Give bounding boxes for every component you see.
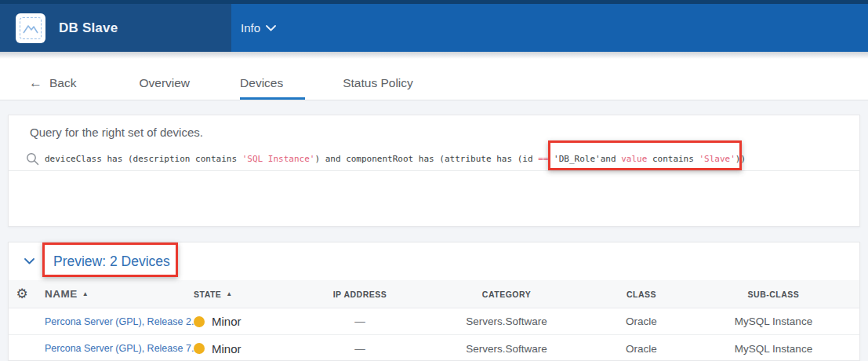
query-text: deviceClass has (description contains 'S… (45, 154, 746, 164)
tab-devices[interactable]: Devices (240, 52, 305, 100)
chevron-down-icon (266, 25, 276, 31)
column-header-state[interactable]: STATE ▲ (184, 290, 302, 299)
device-query-panel: Query for the right set of devices. devi… (8, 115, 860, 227)
tab-overview-label: Overview (139, 76, 190, 90)
back-label: Back (49, 76, 76, 90)
minor-state-dot-icon (194, 343, 205, 354)
class-cell: Oracle (595, 315, 688, 327)
tab-bar: ← Back Overview Devices Status Policy (0, 52, 868, 100)
table-header-row: ⚙ NAME ▲ STATE ▲ IP ADDRESS CATEGORY CLA… (9, 280, 859, 308)
tab-devices-label: Devices (240, 76, 283, 90)
query-divider (9, 170, 859, 171)
column-header-sub-class[interactable]: SUB-CLASS (688, 290, 859, 299)
column-header-class[interactable]: CLASS (595, 290, 688, 299)
query-helper-text: Query for the right set of devices. (9, 115, 859, 139)
sub-class-cell: MySQL Instance (688, 343, 859, 355)
preview-title: Preview: 2 Devices (53, 253, 170, 270)
ip-address-cell: — (302, 343, 418, 355)
preview-panel: Preview: 2 Devices ⚙ NAME ▲ STATE ▲ IP A… (8, 242, 860, 361)
column-settings-gear-icon[interactable]: ⚙ (16, 287, 27, 301)
tab-overview[interactable]: Overview (139, 52, 190, 100)
category-cell: Servers.Software (418, 315, 595, 327)
info-menu-label: Info (241, 21, 260, 35)
ip-address-cell: — (302, 315, 418, 327)
back-arrow-icon: ← (29, 75, 42, 91)
entity-image-icon (16, 13, 45, 43)
search-icon (26, 152, 39, 166)
tab-status-policy[interactable]: Status Policy (343, 52, 413, 100)
preview-toggle[interactable]: Preview: 2 Devices (9, 242, 859, 280)
header-entity-section: DB Slave (0, 4, 231, 52)
sort-asc-icon: ▲ (82, 290, 89, 297)
column-header-ip-address[interactable]: IP ADDRESS (302, 290, 418, 299)
chevron-down-icon (24, 258, 35, 264)
page-title: DB Slave (59, 20, 118, 36)
device-name-link[interactable]: Percona Server (GPL), Release 7... (35, 343, 184, 354)
state-cell: Minor (184, 342, 302, 356)
header-menu-section: Info (231, 4, 868, 52)
minor-state-dot-icon (194, 316, 205, 327)
sub-class-cell: MySQL Instance (688, 315, 859, 327)
tab-status-policy-label: Status Policy (343, 76, 413, 90)
class-cell: Oracle (595, 343, 688, 355)
info-menu[interactable]: Info (241, 21, 276, 35)
device-name-link[interactable]: Percona Server (GPL), Release 2... (35, 316, 184, 327)
column-header-name[interactable]: NAME ▲ (35, 288, 184, 300)
table-row: Percona Server (GPL), Release 2... Minor… (9, 308, 859, 335)
back-button[interactable]: ← Back (29, 52, 76, 100)
category-cell: Servers.Software (418, 343, 595, 355)
app-header: DB Slave Info (0, 0, 868, 52)
state-cell: Minor (184, 315, 302, 328)
device-query-input[interactable]: deviceClass has (description contains 'S… (26, 148, 859, 169)
column-header-category[interactable]: CATEGORY (418, 290, 595, 299)
sort-asc-icon: ▲ (226, 290, 232, 297)
table-row: Percona Server (GPL), Release 7... Minor… (9, 335, 859, 361)
